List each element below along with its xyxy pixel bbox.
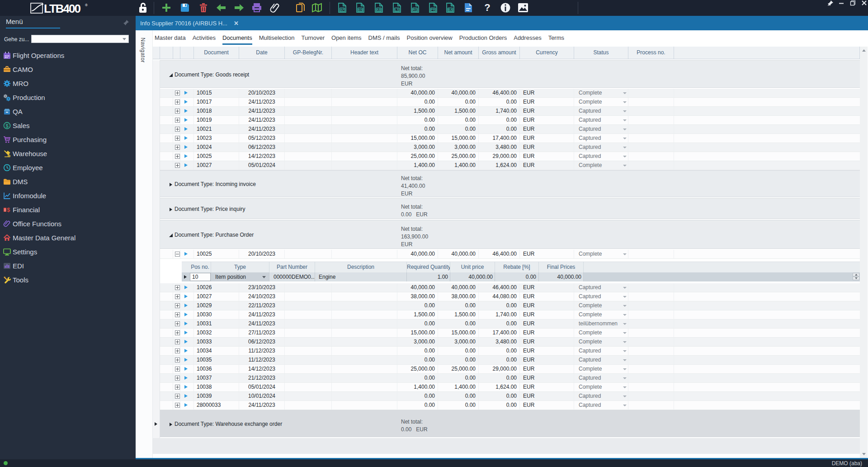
status-dropdown-icon[interactable]: [623, 305, 627, 307]
cell-gross-amount[interactable]: 1,624.00: [479, 161, 520, 170]
cell-status[interactable]: Captured: [574, 401, 628, 410]
cell-document[interactable]: 10025: [194, 152, 239, 161]
cell-gross-amount[interactable]: 17,400.00: [479, 329, 520, 337]
table-row[interactable]: 1003805/01/20241,400.001,400.001,624.00E…: [160, 383, 860, 392]
cell-gross-amount[interactable]: 46,400.00: [479, 89, 520, 97]
table-row[interactable]: 1003721/12/20230.000.000.00EURCaptured: [160, 374, 860, 383]
cell-document[interactable]: 10030: [194, 310, 239, 319]
expand-row-icon[interactable]: [175, 403, 180, 408]
cell-status[interactable]: Complete: [574, 301, 628, 310]
column-header-date[interactable]: Date: [239, 47, 285, 59]
cell-currency[interactable]: EUR: [520, 98, 574, 106]
cell-gross-amount[interactable]: 0.00: [479, 116, 520, 124]
group-row[interactable]: Document Type: Purchase OrderNet total:1…: [160, 220, 860, 249]
detail-cell-unit-price[interactable]: 40,000.00: [450, 272, 495, 281]
status-dropdown-icon[interactable]: [623, 396, 627, 397]
cell-net-amount[interactable]: 1,500.00: [438, 310, 479, 319]
cell-gross-amount[interactable]: 46,400.00: [479, 250, 520, 258]
cell-net-oc[interactable]: 0.00: [397, 392, 438, 400]
status-dropdown-icon[interactable]: [623, 253, 627, 255]
detail-cell-part-number[interactable]: 000000DEMO0...: [269, 272, 315, 281]
cell-currency[interactable]: EUR: [520, 161, 574, 170]
status-dropdown-icon[interactable]: [623, 368, 627, 370]
cell-document[interactable]: 10024: [194, 143, 239, 152]
cell-currency[interactable]: EUR: [520, 283, 574, 292]
cell-gross-amount[interactable]: 0.00: [479, 401, 520, 410]
sidebar-item-master-data-general[interactable]: Master Data General: [0, 231, 136, 245]
sidebar-item-financial[interactable]: $Financial: [0, 203, 136, 217]
cell-gross-amount[interactable]: 0.00: [479, 301, 520, 310]
pin-button[interactable]: [826, 0, 835, 6]
open-document-icon[interactable]: [184, 403, 188, 407]
table-row[interactable]: 2800003324/11/20230.000.000.00EURCapture…: [160, 401, 860, 410]
document-tab[interactable]: Info Supplier 70016 (AIRBUS H... ✕: [136, 16, 245, 30]
expand-row-icon[interactable]: [175, 163, 180, 168]
cell-currency[interactable]: EUR: [520, 356, 574, 364]
open-document-icon[interactable]: [184, 295, 188, 298]
cell-date[interactable]: 21/12/2023: [239, 374, 285, 382]
detail-column-header-type[interactable]: Type: [211, 262, 269, 272]
cell-date[interactable]: 20/10/2023: [239, 250, 285, 258]
cell-date[interactable]: 24/11/2023: [239, 107, 285, 115]
sidebar-item-mro[interactable]: MRO: [0, 76, 136, 91]
cell-net-amount[interactable]: 0.00: [438, 319, 479, 328]
status-dropdown-icon[interactable]: [623, 341, 627, 343]
cell-net-amount[interactable]: 0.00: [438, 98, 479, 106]
cell-document[interactable]: 10037: [194, 374, 239, 382]
cell-net-oc[interactable]: 40,000.00: [397, 283, 438, 292]
collapse-row-icon[interactable]: [175, 252, 180, 257]
tab-multiselection[interactable]: Multiselection: [259, 31, 295, 45]
cell-date[interactable]: 24/11/2023: [239, 125, 285, 133]
group-row[interactable]: Document Type: Goods receiptNet total:85…: [160, 60, 860, 88]
cell-currency[interactable]: EUR: [520, 152, 574, 161]
sidebar-pin-icon[interactable]: [123, 19, 129, 26]
cell-gross-amount[interactable]: 0.00: [479, 374, 520, 382]
close-button[interactable]: [860, 0, 868, 6]
status-dropdown-icon[interactable]: [623, 323, 627, 325]
table-row[interactable]: 1003024/11/20231,500.001,500.001,740.00E…: [160, 310, 860, 319]
cell-gross-amount[interactable]: 29,000.00: [479, 152, 520, 161]
cell-currency[interactable]: EUR: [520, 310, 574, 319]
expand-row-icon[interactable]: [175, 127, 180, 132]
cell-currency[interactable]: EUR: [520, 319, 574, 328]
tab-position-overview[interactable]: Position overview: [407, 31, 453, 45]
cell-net-amount[interactable]: 3,000.00: [438, 143, 479, 152]
cell-date[interactable]: 24/11/2023: [239, 319, 285, 328]
expand-row-icon[interactable]: [175, 294, 180, 299]
status-dropdown-icon[interactable]: [623, 377, 627, 379]
cell-status[interactable]: Complete: [574, 161, 628, 170]
table-row[interactable]: 1003411/12/20230.000.000.00EURCaptured: [160, 347, 860, 356]
attachment-icon[interactable]: [269, 2, 280, 13]
cell-currency[interactable]: EUR: [520, 250, 574, 258]
sidebar-item-employee[interactable]: Employee: [0, 161, 136, 175]
sidebar-item-qa[interactable]: QA: [0, 105, 136, 119]
cell-date[interactable]: 14/12/2023: [239, 152, 285, 161]
open-document-icon[interactable]: [184, 358, 188, 362]
column-header-filler[interactable]: [674, 47, 860, 59]
cell-date[interactable]: 23/10/2023: [239, 283, 285, 292]
column-header-status[interactable]: Status: [574, 47, 628, 59]
cell-status[interactable]: Captured: [574, 125, 628, 133]
cell-document[interactable]: 10033: [194, 338, 239, 346]
cell-net-amount[interactable]: 0.00: [438, 401, 479, 410]
cell-document[interactable]: 28000033: [194, 401, 239, 410]
open-document-icon[interactable]: [184, 340, 188, 343]
open-document-icon[interactable]: [184, 127, 188, 131]
cell-net-amount[interactable]: 0.00: [438, 347, 479, 355]
cell-document[interactable]: 10035: [194, 356, 239, 364]
cell-net-oc[interactable]: 25,000.00: [397, 152, 438, 161]
chevron-down-icon[interactable]: [123, 38, 126, 40]
tab-terms[interactable]: Terms: [548, 31, 564, 45]
info-icon[interactable]: [500, 2, 511, 13]
cell-status[interactable]: Captured: [574, 152, 628, 161]
cell-gross-amount[interactable]: 1,740.00: [479, 310, 520, 319]
expand-row-icon[interactable]: [175, 285, 180, 290]
cell-status[interactable]: Captured: [574, 116, 628, 124]
cell-net-amount[interactable]: 25,000.00: [438, 365, 479, 373]
table-row[interactable]: 1003124/11/20230.000.000.00EURteilüberno…: [160, 319, 860, 329]
cell-net-oc[interactable]: 40,000.00: [397, 89, 438, 97]
cell-document[interactable]: 10026: [194, 283, 239, 292]
detail-cell-type[interactable]: Item position: [211, 272, 269, 281]
cell-date[interactable]: 24/11/2023: [239, 310, 285, 319]
cell-date[interactable]: 05/12/2023: [239, 134, 285, 143]
